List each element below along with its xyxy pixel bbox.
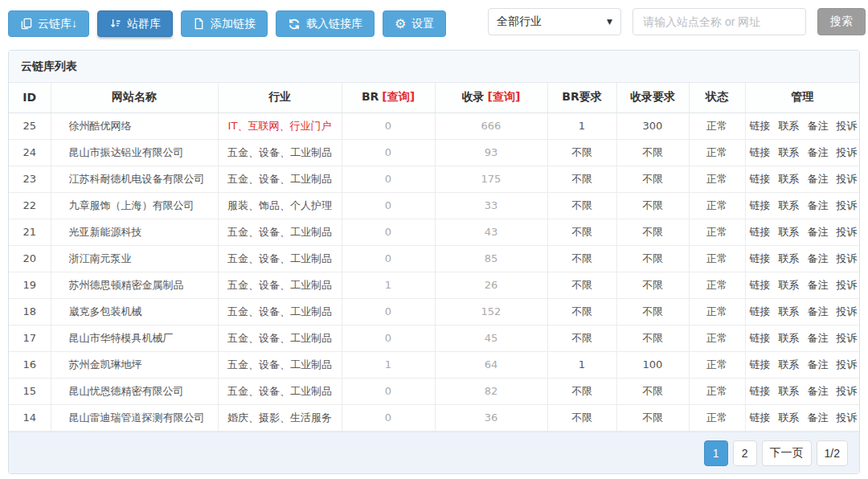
cell-id: 14 bbox=[9, 404, 51, 431]
cell-industry: 五金、设备、工业制品 bbox=[218, 272, 342, 298]
manage-link-complain[interactable]: 投诉 bbox=[837, 146, 858, 158]
cell-included-req: 100 bbox=[616, 351, 689, 378]
settings-button[interactable]: ⚙ 设置 bbox=[383, 10, 446, 37]
site-group-library-button[interactable]: 站群库 bbox=[97, 10, 173, 37]
cell-industry: 五金、设备、工业制品 bbox=[218, 298, 342, 325]
cell-included: 152 bbox=[435, 298, 547, 325]
cell-included: 26 bbox=[435, 272, 547, 298]
add-link-button[interactable]: 添加链接 bbox=[181, 10, 268, 37]
cell-status: 正常 bbox=[689, 325, 745, 351]
manage-link-complain[interactable]: 投诉 bbox=[837, 252, 858, 264]
manage-link-contact[interactable]: 联系 bbox=[779, 279, 800, 291]
manage-link-contact[interactable]: 联系 bbox=[779, 199, 800, 211]
cell-br-req: 1 bbox=[547, 113, 616, 139]
cell-br-req: 不限 bbox=[547, 325, 616, 351]
manage-link-complain[interactable]: 投诉 bbox=[837, 173, 858, 185]
manage-link-note[interactable]: 备注 bbox=[808, 120, 829, 132]
manage-link-link[interactable]: 链接 bbox=[750, 332, 771, 344]
search-button[interactable]: 搜索 bbox=[817, 8, 866, 35]
cell-included: 45 bbox=[435, 325, 547, 351]
manage-link-note[interactable]: 备注 bbox=[808, 279, 829, 291]
cell-br: 0 bbox=[342, 219, 435, 245]
gear-icon: ⚙ bbox=[395, 18, 406, 31]
copy-icon bbox=[20, 18, 32, 30]
cell-included-req: 不限 bbox=[616, 404, 689, 431]
manage-link-note[interactable]: 备注 bbox=[808, 411, 829, 424]
cell-site-name: 昆山雷迪瑞管道探测有限公司 bbox=[51, 404, 218, 431]
cell-id: 22 bbox=[9, 192, 51, 219]
manage-link-complain[interactable]: 投诉 bbox=[837, 332, 858, 344]
header-id: ID bbox=[9, 83, 51, 113]
manage-link-contact[interactable]: 联系 bbox=[779, 358, 800, 371]
cell-br-req: 不限 bbox=[547, 272, 616, 298]
manage-link-contact[interactable]: 联系 bbox=[779, 332, 800, 344]
panel-footer: 1 2 下一页 1/2 bbox=[9, 432, 859, 473]
site-table: ID 网站名称 行业 BR[查询] 收录[查询] BR要求 收录要求 状态 管理… bbox=[9, 83, 859, 432]
br-query-link[interactable]: [查询] bbox=[382, 90, 415, 103]
panel-heading: 云链库列表 bbox=[9, 51, 859, 83]
manage-link-note[interactable]: 备注 bbox=[808, 226, 829, 238]
cell-id: 20 bbox=[9, 245, 51, 272]
cell-br-req: 不限 bbox=[547, 404, 616, 431]
manage-link-complain[interactable]: 投诉 bbox=[837, 305, 858, 317]
manage-link-note[interactable]: 备注 bbox=[808, 173, 829, 185]
manage-link-contact[interactable]: 联系 bbox=[779, 226, 800, 238]
manage-link-note[interactable]: 备注 bbox=[808, 358, 829, 371]
pagination-page-2[interactable]: 2 bbox=[733, 440, 757, 466]
manage-link-complain[interactable]: 投诉 bbox=[837, 199, 858, 211]
manage-link-contact[interactable]: 联系 bbox=[779, 305, 800, 317]
cell-included-req: 不限 bbox=[616, 272, 689, 298]
manage-link-contact[interactable]: 联系 bbox=[779, 120, 800, 132]
chevron-down-icon: ▼ bbox=[607, 18, 612, 26]
pagination-summary[interactable]: 1/2 bbox=[817, 440, 848, 466]
included-query-link[interactable]: [查询] bbox=[488, 90, 521, 103]
manage-link-contact[interactable]: 联系 bbox=[779, 385, 800, 397]
manage-link-link[interactable]: 链接 bbox=[750, 279, 771, 291]
cell-site-name: 崴克多包装机械 bbox=[51, 298, 218, 325]
cell-manage: 链接联系备注投诉 bbox=[745, 378, 859, 404]
manage-link-note[interactable]: 备注 bbox=[808, 305, 829, 317]
manage-link-contact[interactable]: 联系 bbox=[779, 252, 800, 264]
load-link-library-button[interactable]: 载入链接库 bbox=[276, 10, 375, 37]
manage-link-complain[interactable]: 投诉 bbox=[837, 279, 858, 291]
manage-link-complain[interactable]: 投诉 bbox=[837, 120, 858, 132]
sort-down-icon bbox=[109, 18, 121, 30]
manage-link-contact[interactable]: 联系 bbox=[779, 411, 800, 424]
cell-br-req: 不限 bbox=[547, 245, 616, 272]
pagination-next-button[interactable]: 下一页 bbox=[762, 440, 812, 466]
cloud-link-library-button[interactable]: 云链库↓ bbox=[8, 10, 89, 37]
cell-site-name: 浙江南元泵业 bbox=[51, 245, 218, 272]
manage-link-link[interactable]: 链接 bbox=[750, 252, 771, 264]
manage-link-note[interactable]: 备注 bbox=[808, 385, 829, 397]
manage-link-note[interactable]: 备注 bbox=[808, 252, 829, 264]
cell-included-req: 不限 bbox=[616, 166, 689, 192]
manage-link-complain[interactable]: 投诉 bbox=[837, 358, 858, 371]
manage-link-complain[interactable]: 投诉 bbox=[837, 226, 858, 238]
manage-link-complain[interactable]: 投诉 bbox=[837, 411, 858, 424]
manage-link-link[interactable]: 链接 bbox=[750, 411, 771, 424]
industry-select[interactable]: 全部行业 ▼ bbox=[488, 8, 621, 35]
manage-link-link[interactable]: 链接 bbox=[750, 305, 771, 317]
settings-label: 设置 bbox=[411, 17, 434, 31]
manage-link-contact[interactable]: 联系 bbox=[779, 173, 800, 185]
manage-link-complain[interactable]: 投诉 bbox=[837, 385, 858, 397]
manage-link-note[interactable]: 备注 bbox=[808, 199, 829, 211]
cell-manage: 链接联系备注投诉 bbox=[745, 351, 859, 378]
site-search-input[interactable] bbox=[633, 8, 806, 35]
manage-link-link[interactable]: 链接 bbox=[750, 199, 771, 211]
pagination-page-1[interactable]: 1 bbox=[704, 440, 728, 466]
top-toolbar: 云链库↓ 站群库 添加链接 载入链接库 ⚙ 设置 全部行业 ▼ bbox=[0, 0, 868, 50]
load-link-library-label: 载入链接库 bbox=[306, 17, 362, 31]
manage-link-contact[interactable]: 联系 bbox=[779, 146, 800, 158]
manage-link-link[interactable]: 链接 bbox=[750, 173, 771, 185]
toolbar-button-group: 云链库↓ 站群库 添加链接 载入链接库 ⚙ 设置 bbox=[8, 10, 446, 50]
manage-link-link[interactable]: 链接 bbox=[750, 385, 771, 397]
cell-status: 正常 bbox=[689, 192, 745, 219]
manage-link-note[interactable]: 备注 bbox=[808, 146, 829, 158]
manage-link-link[interactable]: 链接 bbox=[750, 358, 771, 371]
manage-link-link[interactable]: 链接 bbox=[750, 146, 771, 158]
manage-link-link[interactable]: 链接 bbox=[750, 226, 771, 238]
manage-link-note[interactable]: 备注 bbox=[808, 332, 829, 344]
cell-industry: 五金、设备、工业制品 bbox=[218, 325, 342, 351]
manage-link-link[interactable]: 链接 bbox=[750, 120, 771, 132]
